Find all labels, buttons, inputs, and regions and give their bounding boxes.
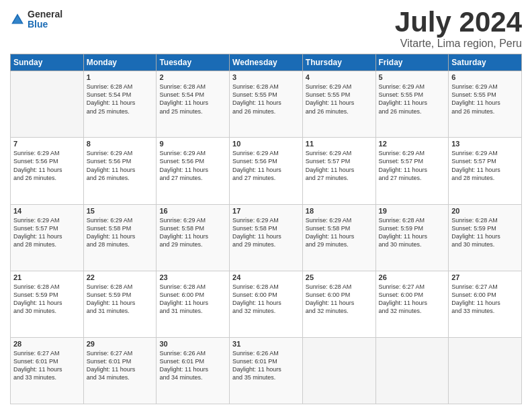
calendar-cell: 17Sunrise: 6:29 AM Sunset: 5:58 PM Dayli…	[230, 204, 303, 271]
calendar-header-thursday: Thursday	[302, 54, 375, 71]
calendar-week-3: 14Sunrise: 6:29 AM Sunset: 5:57 PM Dayli…	[11, 204, 522, 271]
day-info: Sunrise: 6:26 AM Sunset: 6:01 PM Dayligh…	[159, 349, 226, 382]
calendar-cell: 25Sunrise: 6:28 AM Sunset: 6:00 PM Dayli…	[302, 271, 375, 337]
calendar-cell: 21Sunrise: 6:28 AM Sunset: 5:59 PM Dayli…	[11, 271, 84, 337]
calendar-cell: 20Sunrise: 6:28 AM Sunset: 5:59 PM Dayli…	[449, 204, 522, 271]
day-number: 16	[159, 207, 226, 215]
page: General Blue July 2024 Vitarte, Lima reg…	[0, 0, 532, 411]
calendar-cell: 14Sunrise: 6:29 AM Sunset: 5:57 PM Dayli…	[11, 204, 84, 271]
day-number: 12	[379, 140, 446, 148]
calendar-cell	[302, 337, 375, 404]
day-number: 27	[451, 273, 519, 281]
calendar-cell: 15Sunrise: 6:29 AM Sunset: 5:58 PM Dayli…	[83, 204, 157, 271]
calendar-header-saturday: Saturday	[449, 54, 522, 71]
day-info: Sunrise: 6:29 AM Sunset: 5:58 PM Dayligh…	[306, 216, 373, 249]
day-number: 7	[13, 140, 81, 148]
day-number: 8	[87, 140, 154, 148]
calendar-cell: 19Sunrise: 6:28 AM Sunset: 5:59 PM Dayli…	[375, 204, 449, 271]
day-info: Sunrise: 6:27 AM Sunset: 6:00 PM Dayligh…	[379, 283, 446, 316]
day-info: Sunrise: 6:28 AM Sunset: 6:00 PM Dayligh…	[306, 283, 373, 316]
day-info: Sunrise: 6:28 AM Sunset: 5:54 PM Dayligh…	[159, 83, 226, 116]
calendar-header-tuesday: Tuesday	[157, 54, 230, 71]
calendar-cell: 13Sunrise: 6:29 AM Sunset: 5:57 PM Dayli…	[449, 138, 522, 204]
calendar-week-2: 7Sunrise: 6:29 AM Sunset: 5:56 PM Daylig…	[11, 138, 522, 204]
day-info: Sunrise: 6:28 AM Sunset: 5:59 PM Dayligh…	[379, 216, 446, 249]
day-number: 25	[306, 273, 373, 281]
calendar-cell: 27Sunrise: 6:27 AM Sunset: 6:00 PM Dayli…	[449, 271, 522, 337]
calendar-cell: 5Sunrise: 6:29 AM Sunset: 5:55 PM Daylig…	[375, 71, 449, 138]
day-number: 3	[232, 73, 300, 81]
day-info: Sunrise: 6:29 AM Sunset: 5:55 PM Dayligh…	[451, 83, 519, 116]
day-info: Sunrise: 6:28 AM Sunset: 5:59 PM Dayligh…	[13, 283, 81, 316]
calendar-header-monday: Monday	[83, 54, 157, 71]
main-title: July 2024	[395, 7, 522, 38]
day-number: 22	[87, 273, 154, 281]
day-number: 14	[13, 207, 81, 215]
calendar-cell: 18Sunrise: 6:29 AM Sunset: 5:58 PM Dayli…	[302, 204, 375, 271]
calendar-header-wednesday: Wednesday	[230, 54, 303, 71]
calendar-header-row: SundayMondayTuesdayWednesdayThursdayFrid…	[11, 54, 522, 71]
calendar-cell: 12Sunrise: 6:29 AM Sunset: 5:57 PM Dayli…	[375, 138, 449, 204]
day-info: Sunrise: 6:28 AM Sunset: 5:55 PM Dayligh…	[232, 83, 300, 116]
day-info: Sunrise: 6:26 AM Sunset: 6:01 PM Dayligh…	[232, 349, 300, 382]
day-info: Sunrise: 6:29 AM Sunset: 5:56 PM Dayligh…	[232, 149, 300, 182]
day-number: 24	[232, 273, 300, 281]
calendar-cell: 30Sunrise: 6:26 AM Sunset: 6:01 PM Dayli…	[157, 337, 230, 404]
day-info: Sunrise: 6:27 AM Sunset: 6:00 PM Dayligh…	[451, 283, 519, 316]
day-info: Sunrise: 6:29 AM Sunset: 5:55 PM Dayligh…	[306, 83, 373, 116]
day-info: Sunrise: 6:28 AM Sunset: 5:59 PM Dayligh…	[451, 216, 519, 249]
day-info: Sunrise: 6:28 AM Sunset: 5:59 PM Dayligh…	[87, 283, 154, 316]
calendar-cell: 1Sunrise: 6:28 AM Sunset: 5:54 PM Daylig…	[83, 71, 157, 138]
day-number: 18	[306, 207, 373, 215]
day-number: 11	[306, 140, 373, 148]
calendar-cell: 16Sunrise: 6:29 AM Sunset: 5:58 PM Dayli…	[157, 204, 230, 271]
calendar-cell	[375, 337, 449, 404]
calendar-cell: 31Sunrise: 6:26 AM Sunset: 6:01 PM Dayli…	[230, 337, 303, 404]
header: General Blue July 2024 Vitarte, Lima reg…	[10, 7, 522, 50]
day-number: 13	[451, 140, 519, 148]
calendar-cell: 10Sunrise: 6:29 AM Sunset: 5:56 PM Dayli…	[230, 138, 303, 204]
day-number: 29	[87, 340, 154, 348]
day-info: Sunrise: 6:29 AM Sunset: 5:56 PM Dayligh…	[87, 149, 154, 182]
logo: General Blue	[10, 9, 62, 30]
calendar-cell: 7Sunrise: 6:29 AM Sunset: 5:56 PM Daylig…	[11, 138, 84, 204]
calendar-header-sunday: Sunday	[11, 54, 84, 71]
day-number: 4	[306, 73, 373, 81]
day-info: Sunrise: 6:28 AM Sunset: 6:00 PM Dayligh…	[232, 283, 300, 316]
day-number: 20	[451, 207, 519, 215]
day-info: Sunrise: 6:29 AM Sunset: 5:58 PM Dayligh…	[159, 216, 226, 249]
day-number: 31	[232, 340, 300, 348]
calendar-cell: 9Sunrise: 6:29 AM Sunset: 5:56 PM Daylig…	[157, 138, 230, 204]
day-info: Sunrise: 6:29 AM Sunset: 5:57 PM Dayligh…	[13, 216, 81, 249]
calendar-cell: 2Sunrise: 6:28 AM Sunset: 5:54 PM Daylig…	[157, 71, 230, 138]
calendar-cell: 11Sunrise: 6:29 AM Sunset: 5:57 PM Dayli…	[302, 138, 375, 204]
day-info: Sunrise: 6:29 AM Sunset: 5:57 PM Dayligh…	[451, 149, 519, 182]
day-info: Sunrise: 6:29 AM Sunset: 5:57 PM Dayligh…	[306, 149, 373, 182]
calendar-cell: 29Sunrise: 6:27 AM Sunset: 6:01 PM Dayli…	[83, 337, 157, 404]
calendar-cell: 24Sunrise: 6:28 AM Sunset: 6:00 PM Dayli…	[230, 271, 303, 337]
calendar-cell: 4Sunrise: 6:29 AM Sunset: 5:55 PM Daylig…	[302, 71, 375, 138]
logo-blue: Blue	[28, 19, 62, 30]
day-number: 17	[232, 207, 300, 215]
day-number: 9	[159, 140, 226, 148]
day-number: 2	[159, 73, 226, 81]
day-info: Sunrise: 6:29 AM Sunset: 5:56 PM Dayligh…	[13, 149, 81, 182]
logo-icon	[10, 12, 25, 27]
calendar-cell	[11, 71, 84, 138]
day-info: Sunrise: 6:28 AM Sunset: 6:00 PM Dayligh…	[159, 283, 226, 316]
calendar-cell: 8Sunrise: 6:29 AM Sunset: 5:56 PM Daylig…	[83, 138, 157, 204]
day-number: 19	[379, 207, 446, 215]
calendar-cell: 23Sunrise: 6:28 AM Sunset: 6:00 PM Dayli…	[157, 271, 230, 337]
calendar-cell: 28Sunrise: 6:27 AM Sunset: 6:01 PM Dayli…	[11, 337, 84, 404]
calendar-table: SundayMondayTuesdayWednesdayThursdayFrid…	[10, 54, 522, 404]
day-number: 26	[379, 273, 446, 281]
day-number: 1	[87, 73, 154, 81]
calendar-week-5: 28Sunrise: 6:27 AM Sunset: 6:01 PM Dayli…	[11, 337, 522, 404]
calendar-cell	[449, 337, 522, 404]
day-info: Sunrise: 6:29 AM Sunset: 5:57 PM Dayligh…	[379, 149, 446, 182]
day-number: 30	[159, 340, 226, 348]
logo-general: General	[28, 9, 62, 19]
day-info: Sunrise: 6:27 AM Sunset: 6:01 PM Dayligh…	[13, 349, 81, 382]
day-info: Sunrise: 6:28 AM Sunset: 5:54 PM Dayligh…	[87, 83, 154, 116]
day-number: 28	[13, 340, 81, 348]
